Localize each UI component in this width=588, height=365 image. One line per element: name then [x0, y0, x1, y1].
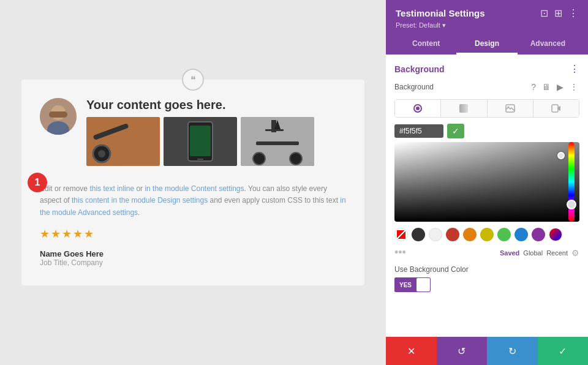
hex-confirm-button[interactable]: ✓: [447, 124, 464, 138]
author-name: Name Goes Here: [40, 249, 346, 258]
bg-type-tabs: [394, 99, 579, 118]
step-badge: 1: [28, 173, 47, 192]
svg-point-17: [290, 152, 302, 165]
svg-rect-22: [459, 104, 468, 113]
svg-point-21: [416, 107, 420, 110]
background-row: Background ? 🖥 ▶ ⋮: [394, 81, 579, 93]
svg-rect-4: [49, 111, 67, 118]
save-button[interactable]: ✓: [538, 337, 589, 365]
avatar: [40, 98, 77, 135]
quote-icon: ❝: [182, 69, 204, 91]
swatch-white[interactable]: [429, 228, 442, 241]
preview-area: ❝ Your content goes here.: [0, 0, 386, 365]
bg-more-icon[interactable]: ⋮: [568, 81, 579, 93]
preset-label[interactable]: Preset: Default ▾: [396, 21, 578, 29]
use-bg-color-label: Use Background Color: [394, 265, 579, 274]
color-settings-icon[interactable]: ⚙: [571, 248, 579, 258]
image-3: [241, 117, 314, 166]
tab-content[interactable]: Content: [396, 34, 456, 55]
cancel-button[interactable]: ✕: [386, 337, 437, 365]
panel-bottom-bar: ✕ ↺ ↻ ✓: [386, 337, 588, 365]
bg-cursor-icon[interactable]: ▶: [556, 81, 565, 93]
swatch-orange[interactable]: [463, 228, 477, 241]
panel-content: Background ⋮ Background ? 🖥 ▶ ⋮: [386, 55, 588, 337]
panel-header: Testimonial Settings ⊡ ⊞ ⋮ Preset: Defau…: [386, 0, 588, 55]
global-tab[interactable]: Global: [523, 249, 543, 257]
color-picker: ✓: [394, 124, 579, 222]
bg-type-video[interactable]: [533, 100, 579, 117]
use-bg-color-toggle[interactable]: YES: [394, 277, 431, 292]
swatch-yellow[interactable]: [480, 228, 494, 241]
svg-rect-15: [265, 129, 284, 131]
redo-button[interactable]: ↻: [487, 337, 538, 365]
recent-tab[interactable]: Recent: [546, 249, 568, 257]
tab-design[interactable]: Design: [456, 34, 517, 55]
image-1: [86, 117, 160, 166]
panel-header-icons: ⊡ ⊞ ⋮: [540, 7, 578, 19]
toggle-yes-label: YES: [394, 277, 417, 292]
use-bg-color-section: Use Background Color YES: [394, 265, 579, 292]
svg-rect-11: [190, 126, 211, 156]
bg-desktop-icon[interactable]: 🖥: [541, 81, 552, 93]
bg-help-icon[interactable]: ?: [530, 81, 537, 93]
bg-type-gradient[interactable]: [441, 100, 487, 117]
image-2: [164, 117, 237, 166]
background-section-header: Background ⋮: [394, 63, 579, 75]
tab-advanced[interactable]: Advanced: [518, 34, 578, 55]
panel-expand-icon[interactable]: ⊡: [540, 7, 548, 19]
swatch-black[interactable]: [412, 228, 425, 241]
svg-rect-12: [197, 159, 203, 160]
toggle-wrap: YES: [394, 277, 579, 292]
images-row: [86, 117, 314, 166]
swatch-green[interactable]: [497, 228, 511, 241]
section-title: Background: [394, 64, 445, 74]
section-menu-icon[interactable]: ⋮: [570, 63, 579, 75]
swatches-row: [394, 228, 579, 241]
swatch-purple[interactable]: [532, 228, 545, 241]
settings-panel: Testimonial Settings ⊡ ⊞ ⋮ Preset: Defau…: [386, 0, 588, 365]
swatch-custom[interactable]: [549, 228, 562, 241]
undo-button[interactable]: ↺: [437, 337, 488, 365]
more-swatches-icon[interactable]: •••: [394, 246, 406, 259]
svg-point-16: [253, 152, 265, 165]
saved-row: ••• Saved Global Recent ⚙: [394, 246, 579, 259]
toggle-no-area: [417, 278, 430, 292]
bg-type-color[interactable]: [395, 100, 441, 117]
svg-rect-25: [552, 105, 558, 112]
swatch-blue[interactable]: [514, 228, 528, 241]
star-rating: ★★★★★: [40, 227, 346, 241]
testimonial-card: ❝ Your content goes here.: [21, 80, 364, 285]
swatch-red[interactable]: [446, 228, 459, 241]
panel-grid-icon[interactable]: ⊞: [554, 7, 562, 19]
panel-more-icon[interactable]: ⋮: [568, 7, 578, 19]
hex-input[interactable]: [394, 124, 443, 138]
bg-icons: ? 🖥 ▶ ⋮: [530, 81, 579, 93]
svg-point-8: [98, 150, 105, 157]
testimonial-title: Your content goes here.: [86, 98, 314, 112]
svg-rect-18: [256, 141, 299, 145]
testimonial-header: Your content goes here.: [40, 98, 346, 175]
testimonial-body: Edit or remove this text inline or in th…: [40, 183, 346, 219]
panel-title: Testimonial Settings: [396, 8, 485, 18]
swatch-transparent[interactable]: [394, 228, 408, 241]
bg-type-image[interactable]: [488, 100, 533, 117]
hex-row: ✓: [394, 124, 579, 138]
saved-tab[interactable]: Saved: [500, 249, 519, 257]
panel-tabs: Content Design Advanced: [396, 34, 578, 55]
gradient-picker-box[interactable]: [394, 142, 579, 222]
author-title: Job Title, Company: [40, 258, 346, 267]
bg-label: Background: [394, 83, 434, 91]
